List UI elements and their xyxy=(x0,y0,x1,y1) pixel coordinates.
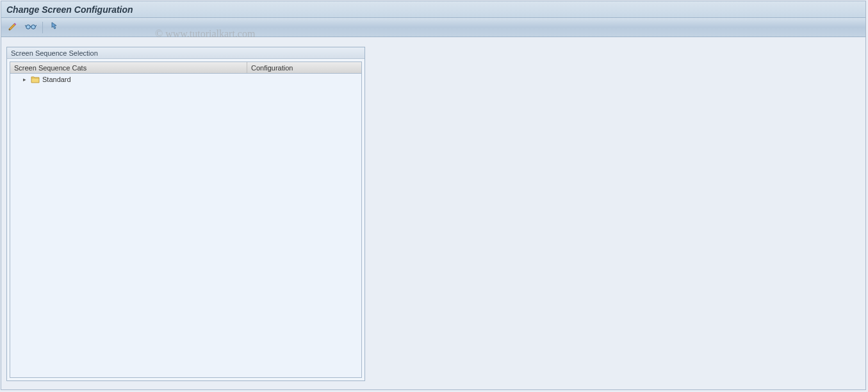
screen-sequence-panel: Screen Sequence Selection Screen Sequenc… xyxy=(6,47,365,381)
change-button[interactable] xyxy=(5,20,20,35)
glasses-icon xyxy=(25,22,37,33)
svg-point-0 xyxy=(26,24,30,28)
title-bar: Change Screen Configuration xyxy=(1,1,865,18)
panel-body: Screen Sequence Cats Configuration ▸ xyxy=(7,59,364,380)
content-area: Screen Sequence Selection Screen Sequenc… xyxy=(1,37,865,389)
column-header-config[interactable]: Configuration xyxy=(247,62,361,73)
tree-table: Screen Sequence Cats Configuration ▸ xyxy=(10,61,362,378)
page-title: Change Screen Configuration xyxy=(6,4,133,15)
folder-icon xyxy=(31,76,40,83)
pointer-icon xyxy=(49,21,60,34)
tree-item-standard[interactable]: ▸ Standard xyxy=(10,74,361,85)
tree-item-label: Standard xyxy=(42,76,71,83)
toolbar-separator xyxy=(42,22,43,33)
select-button[interactable] xyxy=(47,20,62,35)
tree-body[interactable]: ▸ Standard xyxy=(10,74,361,377)
svg-point-1 xyxy=(31,24,35,28)
expand-arrow-icon[interactable]: ▸ xyxy=(23,76,28,83)
pencil-icon xyxy=(8,21,18,34)
toolbar xyxy=(1,18,865,37)
main-window: Change Screen Configuration xyxy=(1,1,866,390)
tree-header-row: Screen Sequence Cats Configuration xyxy=(10,62,361,74)
panel-title: Screen Sequence Selection xyxy=(7,47,364,59)
display-button[interactable] xyxy=(23,20,38,35)
column-header-cats[interactable]: Screen Sequence Cats xyxy=(10,62,247,73)
